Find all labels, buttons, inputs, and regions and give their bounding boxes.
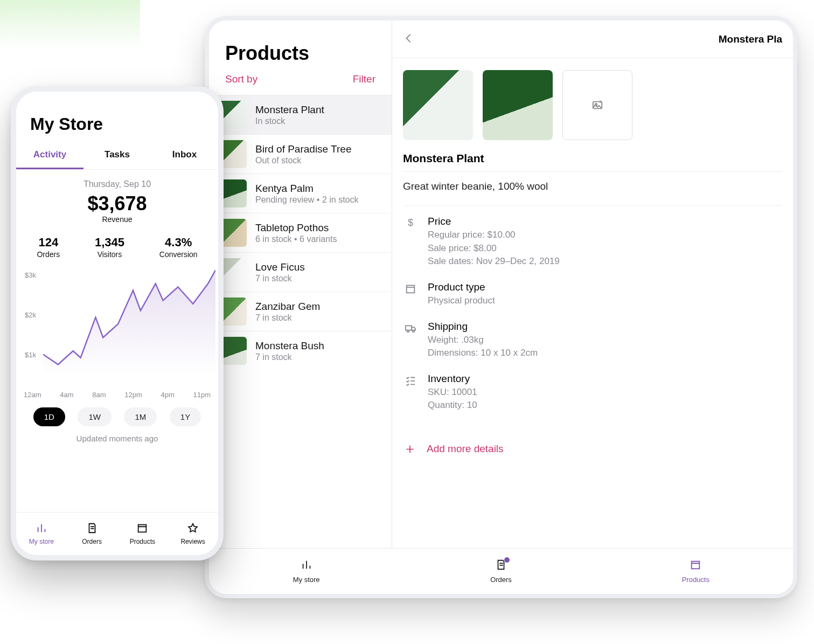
spec-shipping[interactable]: Shipping Weight: .03kg Dimensions: 10 x … xyxy=(392,314,793,366)
bars-icon xyxy=(36,522,47,536)
svg-rect-3 xyxy=(406,326,412,330)
gallery-image[interactable] xyxy=(483,70,553,140)
product-row-sub: In stock xyxy=(255,116,324,126)
product-row-name: Bird of Paradise Tree xyxy=(255,143,351,156)
chart-ytick: $2k xyxy=(25,311,36,319)
svg-point-4 xyxy=(407,330,409,332)
add-more-label: Add more details xyxy=(427,443,504,455)
svg-rect-7 xyxy=(138,525,147,532)
product-row-name: Kentya Palm xyxy=(255,182,358,195)
date-label: Thursday, Sep 10 xyxy=(16,170,218,192)
spec-type[interactable]: Product type Physical product xyxy=(392,275,793,314)
product-row[interactable]: Love Ficus7 in stock xyxy=(209,252,392,292)
bars-icon xyxy=(301,559,312,572)
chart-xtick: 11pm xyxy=(193,391,211,399)
product-row[interactable]: Bird of Paradise TreeOut of stock xyxy=(209,134,392,174)
product-row-sub: 7 in stock xyxy=(255,313,320,323)
product-row[interactable]: Monstera PlantIn stock xyxy=(209,95,392,134)
product-row-name: Monstera Plant xyxy=(255,103,324,116)
store-title: My Store xyxy=(16,92,218,144)
revenue-value: $3,678 xyxy=(16,192,218,215)
products-heading: Products xyxy=(209,20,392,73)
spec-line: Dimensions: 10 x 10 x 2cm xyxy=(428,347,538,360)
gallery-image[interactable] xyxy=(403,70,473,140)
sort-by-button[interactable]: Sort by xyxy=(225,73,258,85)
chart-ytick: $3k xyxy=(25,271,36,279)
phone-device: My Store ActivityTasksInbox Thursday, Se… xyxy=(11,86,224,560)
tablet-nav-my-store[interactable]: My store xyxy=(209,549,403,594)
nav-label: My store xyxy=(293,576,320,584)
product-row-sub: 7 in stock xyxy=(255,352,324,362)
box-icon xyxy=(403,281,418,308)
phone-nav-orders[interactable]: Orders xyxy=(67,513,117,555)
nav-label: My store xyxy=(29,538,54,545)
tab-activity[interactable]: Activity xyxy=(16,144,84,169)
product-row[interactable]: Tabletop Pothos6 in stock • 6 variants xyxy=(209,213,392,252)
range-1m[interactable]: 1M xyxy=(124,407,157,426)
product-name: Monstera Plant xyxy=(392,152,793,168)
product-row[interactable]: Monstera Bush7 in stock xyxy=(209,331,392,370)
product-row[interactable]: Zanzibar Gem7 in stock xyxy=(209,292,392,331)
stat-label: Orders xyxy=(37,250,60,259)
svg-rect-6 xyxy=(692,562,700,569)
nav-label: Products xyxy=(130,538,155,545)
spec-line: Regular price: $10.00 xyxy=(428,228,560,242)
nav-label: Products xyxy=(682,576,709,584)
spec-heading: Inventory xyxy=(428,373,477,385)
dollar-icon: $ xyxy=(403,216,418,268)
spec-inventory[interactable]: Inventory SKU: 10001 Quantity: 10 xyxy=(392,366,793,419)
product-description: Great winter beanie, 100% wool xyxy=(392,175,793,202)
product-row-sub: Pending review • 2 in stock xyxy=(255,195,358,205)
chart-xtick: 12am xyxy=(24,391,41,399)
tablet-nav-products[interactable]: Products xyxy=(599,549,793,594)
revenue-chart: $3k $2k $1k xyxy=(22,267,213,391)
chart-xtick: 4pm xyxy=(161,391,174,399)
products-icon xyxy=(690,559,701,572)
stat-visitors: 1,345Visitors xyxy=(95,236,124,259)
back-icon[interactable] xyxy=(403,31,419,48)
product-detail-pane: Monstera Pla Monstera Plant Great winter… xyxy=(392,20,793,594)
phone-nav-my-store[interactable]: My store xyxy=(16,513,67,555)
revenue-label: Revenue xyxy=(16,215,218,224)
product-row-sub: 7 in stock xyxy=(255,274,305,283)
svg-rect-2 xyxy=(407,286,415,293)
chart-xtick: 4am xyxy=(60,391,73,399)
tab-tasks[interactable]: Tasks xyxy=(84,144,151,169)
product-row-sub: 6 in stock • 6 variants xyxy=(255,234,337,244)
spec-heading: Price xyxy=(428,216,560,227)
phone-nav-products[interactable]: Products xyxy=(117,513,168,555)
spec-line: Weight: .03kg xyxy=(428,334,538,347)
chart-xtick: 12pm xyxy=(124,391,142,399)
tab-inbox[interactable]: Inbox xyxy=(151,144,218,169)
products-icon xyxy=(136,522,148,536)
nav-label: Orders xyxy=(82,538,102,545)
truck-icon xyxy=(403,321,418,360)
stat-label: Conversion xyxy=(159,250,198,259)
nav-label: Reviews xyxy=(180,538,205,545)
product-list-pane: Products Sort by Filter Monstera PlantIn… xyxy=(209,20,392,594)
phone-nav-reviews[interactable]: Reviews xyxy=(168,513,218,555)
product-row-name: Love Ficus xyxy=(255,261,305,274)
range-1y[interactable]: 1Y xyxy=(170,407,201,426)
chart-xtick: 8am xyxy=(92,391,106,399)
product-row-sub: Out of stock xyxy=(255,156,351,165)
range-1d[interactable]: 1D xyxy=(33,407,65,426)
filter-button[interactable]: Filter xyxy=(353,73,375,85)
detail-title: Monstera Pla xyxy=(419,33,782,45)
spec-price[interactable]: $ Price Regular price: $10.00 Sale price… xyxy=(392,209,793,275)
range-1w[interactable]: 1W xyxy=(78,407,112,426)
product-row[interactable]: Kentya PalmPending review • 2 in stock xyxy=(209,174,392,213)
spec-line: SKU: 10001 xyxy=(428,386,477,399)
chart-ytick: $1k xyxy=(25,351,36,359)
spec-line: Sale price: $8.00 xyxy=(428,242,560,255)
tablet-nav-orders[interactable]: Orders xyxy=(403,549,598,594)
add-more-details-button[interactable]: ＋ Add more details xyxy=(392,425,793,472)
badge-dot xyxy=(504,557,510,563)
spec-heading: Product type xyxy=(428,281,495,293)
tablet-device: Products Sort by Filter Monstera PlantIn… xyxy=(205,16,797,598)
add-image-button[interactable] xyxy=(562,70,632,140)
star-icon xyxy=(187,522,199,536)
svg-point-5 xyxy=(413,330,415,332)
spec-line: Physical product xyxy=(428,294,495,308)
stat-value: 4.3% xyxy=(159,236,198,250)
